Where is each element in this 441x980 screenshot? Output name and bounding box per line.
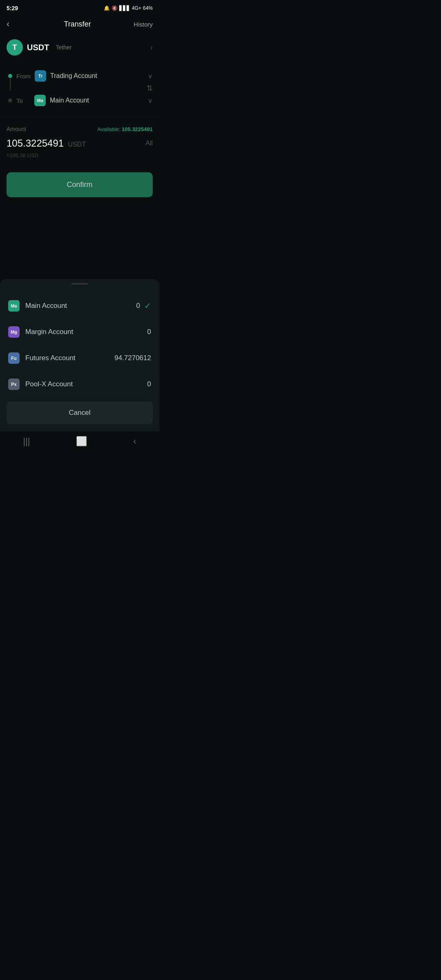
account-list-left: Mg Margin Account	[8, 326, 73, 338]
nav-back-icon[interactable]: ‹	[133, 436, 136, 447]
header: ‹ Transfer History	[0, 15, 159, 35]
status-bar: 5:29 🔔 🔇 ▋▋▋ 4G+ 64%	[0, 0, 159, 15]
nav-bar: ||| ⬜ ‹	[0, 431, 159, 455]
token-icon: T	[7, 39, 23, 56]
nav-menu-icon[interactable]: |||	[23, 436, 30, 447]
all-button[interactable]: All	[145, 140, 153, 147]
account-list-left: Ma Main Account	[8, 300, 67, 312]
cancel-button[interactable]: Cancel	[7, 401, 153, 424]
to-chevron-icon: ∨	[148, 97, 153, 105]
account-list: Ma Main Account 0 ✓ Mg Margin Account 0	[0, 293, 159, 397]
amount-display: 105.3225491 USDT	[7, 138, 86, 149]
account-badge-3: Px	[8, 379, 20, 390]
from-account-badge: Tr	[35, 70, 46, 82]
page-title: Transfer	[64, 20, 91, 29]
amount-section: Amount Available: 105.3225491 105.322549…	[0, 117, 159, 163]
amount-input-row: 105.3225491 USDT All	[7, 138, 153, 149]
account-name-1: Margin Account	[25, 328, 73, 336]
account-list-item[interactable]: Ma Main Account 0 ✓	[0, 293, 159, 319]
chevron-right-icon: ›	[150, 43, 153, 52]
history-button[interactable]: History	[134, 21, 153, 28]
from-row[interactable]: From Tr Trading Account ∨	[7, 64, 153, 88]
token-info: T USDT Tether	[7, 39, 71, 56]
mute-icon: 🔇	[111, 5, 118, 11]
battery: 64%	[143, 5, 153, 11]
token-fullname: Tether	[56, 44, 71, 51]
empty-space	[0, 205, 159, 279]
account-name-3: Pool-X Account	[25, 380, 73, 388]
status-time: 5:29	[7, 5, 18, 11]
account-list-item[interactable]: Px Pool-X Account 0	[0, 371, 159, 397]
account-list-left: Px Pool-X Account	[8, 379, 73, 390]
badge-text-2: Fu	[11, 356, 16, 361]
sheet-handle	[71, 283, 88, 285]
status-right: 🔔 🔇 ▋▋▋ 4G+ 64%	[104, 5, 153, 11]
swap-icon[interactable]: ⇅	[147, 84, 153, 93]
account-balance-2: 94.7270612	[114, 354, 151, 362]
to-label: To	[16, 97, 30, 104]
available-info: Available: 105.3225491	[97, 125, 153, 133]
from-badge-text: Tr	[38, 74, 42, 78]
nav-home-icon[interactable]: ⬜	[76, 436, 87, 447]
usd-equivalent: ≈105.38 USD	[7, 152, 153, 158]
amount-label: Amount	[7, 126, 26, 132]
from-dot	[8, 74, 12, 78]
account-name-0: Main Account	[25, 302, 67, 310]
confirm-button[interactable]: Confirm	[7, 172, 153, 197]
account-badge-1: Mg	[8, 326, 20, 338]
account-list-right-3: 0	[147, 380, 151, 388]
from-account-name: Trading Account	[50, 72, 144, 80]
account-badge-2: Fu	[8, 352, 20, 364]
account-balance-3: 0	[147, 380, 151, 388]
available-value: 105.3225491	[122, 126, 153, 132]
to-account-name: Main Account	[50, 97, 144, 104]
to-dot	[8, 98, 12, 102]
alarm-icon: 🔔	[104, 5, 110, 11]
account-list-right-0: 0 ✓	[136, 301, 151, 311]
to-row[interactable]: To Ma Main Account ∨	[7, 88, 153, 113]
badge-text-3: Px	[11, 382, 16, 387]
badge-text-1: Mg	[11, 330, 17, 334]
token-row[interactable]: T USDT Tether ›	[0, 35, 159, 64]
amount-number: 105.3225491	[7, 138, 64, 149]
amount-header: Amount Available: 105.3225491	[7, 125, 153, 133]
account-balance-1: 0	[147, 328, 151, 336]
account-list-left: Fu Futures Account	[8, 352, 76, 364]
transfer-section: From Tr Trading Account ∨ ⇅ To Ma Main A…	[0, 64, 159, 113]
badge-text-0: Ma	[11, 303, 17, 308]
account-balance-0: 0	[136, 302, 140, 310]
network-type: 4G+	[132, 5, 141, 11]
signal-icon: ▋▋▋	[119, 5, 130, 11]
to-badge-text: Ma	[37, 98, 43, 103]
check-icon: ✓	[144, 301, 151, 311]
available-label: Available:	[97, 126, 122, 132]
back-button[interactable]: ‹	[7, 19, 21, 29]
account-list-item[interactable]: Fu Futures Account 94.7270612	[0, 345, 159, 371]
account-name-2: Futures Account	[25, 354, 76, 362]
account-list-right-1: 0	[147, 328, 151, 336]
bottom-sheet: Ma Main Account 0 ✓ Mg Margin Account 0	[0, 279, 159, 431]
from-chevron-icon: ∨	[148, 72, 153, 80]
account-badge-0: Ma	[8, 300, 20, 312]
to-account-badge: Ma	[34, 95, 46, 106]
account-list-right-2: 94.7270612	[114, 354, 151, 362]
from-label: From	[16, 73, 31, 80]
account-list-item[interactable]: Mg Margin Account 0	[0, 319, 159, 345]
amount-currency: USDT	[68, 141, 86, 148]
token-symbol: USDT	[27, 43, 49, 52]
